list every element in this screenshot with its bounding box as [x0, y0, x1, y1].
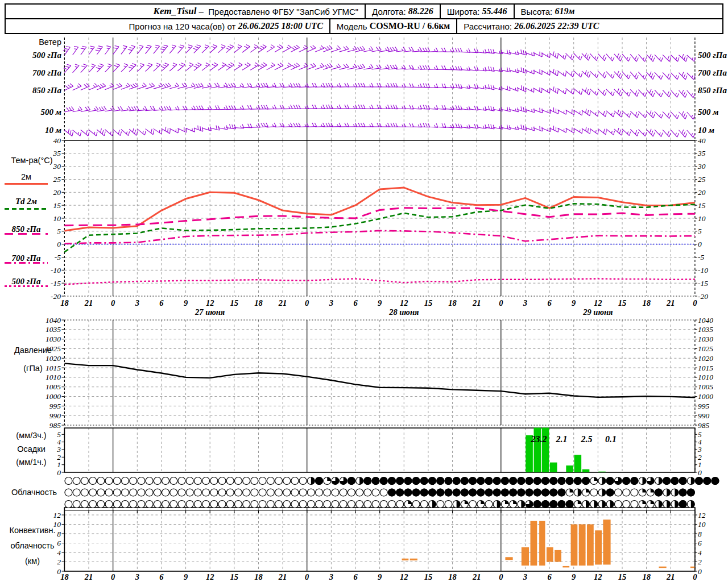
axis-tick-label: 995 [698, 402, 710, 410]
axis-tick-label: 35 [53, 149, 61, 157]
convective-bars [402, 519, 695, 568]
axis-tick-label: 12 [594, 298, 602, 307]
axis-tick-label: 18 [60, 572, 69, 581]
axis-tick-label: 1020 [46, 354, 61, 363]
axis-tick-label: 6 [159, 298, 164, 307]
axis-tick-label: 995 [49, 402, 61, 410]
axis-tick-label: 12 [400, 298, 408, 307]
axis-tick-label: 21 [84, 572, 93, 581]
axis-tick-label: 6 [698, 539, 702, 547]
axis-tick-label: 21 [84, 298, 93, 307]
axis-tick-label: 3 [329, 572, 333, 581]
axis-tick-label: -20 [51, 292, 61, 301]
axis-tick-label: 1015 [698, 364, 713, 372]
axis-tick-label: 30 [53, 162, 61, 171]
axis-tick-label: 4 [57, 548, 61, 557]
axis-tick-label: 30 [697, 162, 706, 171]
axis-tick-label: 1040 [46, 316, 61, 325]
cloudiness-rows [65, 477, 719, 508]
axis-tick-label: 15 [424, 298, 433, 307]
axis-tick-label: 1020 [698, 354, 713, 363]
axis-tick-label: 21 [666, 298, 675, 307]
axis-tick-label: 25 [53, 175, 61, 184]
axis-tick-label: -5 [55, 253, 61, 261]
axis-tick-label: -10 [698, 266, 708, 275]
axis-tick-label: 18 [448, 298, 457, 307]
axis-tick-label: 2 [57, 558, 61, 566]
axis-tick-label: 9 [572, 572, 576, 581]
axis-tick-label: 15 [618, 572, 627, 581]
axis-tick-label: 12 [53, 511, 61, 519]
axis-tick-label: 6 [57, 539, 61, 547]
axis-tick-label: 8 [698, 530, 702, 538]
axis-tick-label: 985 [698, 421, 710, 430]
axis-tick-label: 9 [184, 572, 188, 581]
axis-tick-label: 1005 [698, 383, 713, 391]
axis-tick-label: 6 [353, 572, 358, 581]
axis-tick-label: 12 [698, 511, 706, 519]
axis-tick-label: 9 [184, 298, 188, 307]
axis-tick-label: 0 [693, 298, 697, 307]
axis-tick-label: 18 [448, 572, 457, 581]
axis-tick-label: 1030 [46, 335, 61, 343]
axis-tick-label: 1025 [698, 344, 713, 353]
axis-tick-label: 18 [254, 572, 263, 581]
axis-tick-label: 0 [698, 567, 702, 576]
axis-labels: 40403535303025252020151510105500-5-5-10-… [46, 136, 713, 576]
axis-tick-label: 40 [698, 136, 706, 145]
axis-tick-label: 40 [53, 136, 61, 145]
axis-tick-label: 23.2 [531, 434, 547, 444]
axis-tick-label: 1010 [698, 373, 713, 381]
axis-tick-label: 0 [57, 468, 61, 477]
axis-tick-label: 3 [329, 298, 333, 307]
axis-tick-label: 0 [57, 240, 61, 248]
axis-tick-label: 0 [305, 572, 309, 581]
axis-tick-label: 21 [666, 572, 675, 581]
axis-tick-label: 12 [594, 572, 602, 581]
axis-tick-label: 0 [698, 240, 702, 248]
axis-tick-label: 6 [547, 572, 552, 581]
axis-tick-label: 9 [378, 572, 382, 581]
axis-tick-label: 15 [230, 572, 239, 581]
axis-tick-label: 985 [49, 421, 61, 430]
axis-tick-label: 8 [57, 530, 61, 538]
axis-tick-label: 1005 [46, 383, 61, 391]
axis-tick-label: 29 июня [582, 307, 613, 317]
axis-tick-label: 5 [57, 227, 61, 235]
axis-tick-label: 0 [305, 298, 309, 307]
axis-tick-label: 27 июня [195, 307, 225, 317]
axis-tick-label: 15 [424, 572, 433, 581]
axis-tick-label: 3 [135, 298, 139, 307]
axis-tick-label: 0 [111, 298, 115, 307]
axis-tick-label: 1010 [46, 373, 61, 381]
axis-tick-label: 21 [278, 298, 287, 307]
precip-bars: 23.22.12.50.1 [526, 428, 617, 473]
axis-tick-label: 25 [698, 175, 706, 184]
axis-tick-label: 0 [499, 572, 503, 581]
axis-tick-label: -10 [51, 266, 61, 275]
axis-tick-label: 1035 [698, 325, 713, 334]
axis-tick-label: 9 [378, 298, 382, 307]
axis-tick-label: 0.1 [605, 434, 617, 444]
axis-tick-label: 9 [572, 298, 576, 307]
axis-tick-label: 3 [523, 572, 527, 581]
axis-tick-label: 15 [618, 298, 627, 307]
axis-tick-label: 12 [206, 298, 214, 307]
axis-tick-label: 1040 [698, 316, 713, 325]
axis-tick-label: 12 [400, 572, 408, 581]
wind-barbs [63, 44, 696, 137]
axis-tick-label: -15 [51, 279, 61, 288]
axis-tick-label: 10 [53, 520, 61, 529]
axis-tick-label: 20 [53, 188, 61, 197]
axis-tick-label: 18 [642, 572, 651, 581]
axis-tick-label: 6 [547, 298, 552, 307]
axis-tick-label: 1000 [46, 392, 61, 401]
axis-tick-label: 15 [53, 201, 61, 210]
axis-tick-label: 18 [254, 298, 263, 307]
axis-tick-label: 15 [698, 201, 706, 210]
axis-tick-label: 21 [472, 298, 481, 307]
axis-tick-label: 0 [698, 468, 702, 477]
axis-tick-label: 21 [472, 572, 481, 581]
axis-tick-label: 5 [698, 227, 702, 235]
axis-tick-label: 1035 [46, 325, 61, 334]
